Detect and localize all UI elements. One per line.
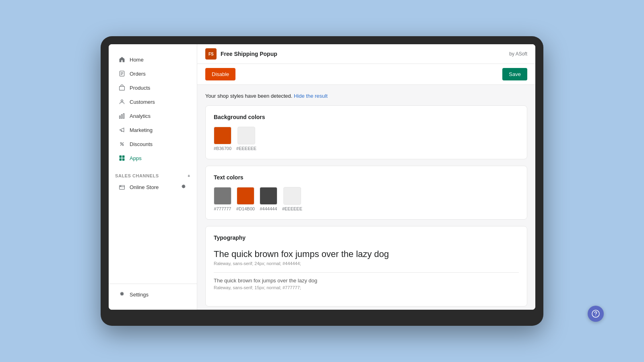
sidebar-item-analytics[interactable]: Analytics <box>112 109 194 123</box>
typography-title: Typography <box>214 234 519 241</box>
svg-point-35 <box>595 315 596 316</box>
customers-icon <box>118 98 126 105</box>
hide-result-link[interactable]: Hide the result <box>294 93 328 99</box>
home-icon <box>118 56 126 63</box>
online-store-icon <box>118 183 126 191</box>
sidebar: Home Orders Products <box>109 44 197 310</box>
sidebar-item-online-store[interactable]: Online Store <box>112 180 194 194</box>
disable-button[interactable]: Disable <box>205 68 235 80</box>
settings-icon <box>118 291 126 298</box>
discounts-icon <box>118 140 126 148</box>
toolbar: Disable Save <box>197 64 535 85</box>
svg-text:FS: FS <box>208 52 214 56</box>
sidebar-item-home[interactable]: Home <box>112 53 194 66</box>
svg-rect-6 <box>120 116 120 118</box>
sidebar-item-orders[interactable]: Orders <box>112 67 194 80</box>
add-channel-button[interactable]: + <box>188 173 190 178</box>
text-color-swatches: #777777 #D14B00 #444444 <box>214 187 519 211</box>
sidebar-item-customers[interactable]: Customers <box>112 95 194 109</box>
typography-section: Typography The quick brown fox jumps ove… <box>205 226 527 306</box>
svg-point-5 <box>121 100 123 102</box>
svg-rect-4 <box>120 86 125 90</box>
content-area: Your shop styles have been detected. Hid… <box>197 85 535 310</box>
typo-preview-small: The quick brown fox jumps over the lazy … <box>214 278 519 284</box>
text-color-swatch-1[interactable]: #777777 <box>214 187 231 211</box>
marketing-icon <box>118 126 126 134</box>
analytics-icon <box>118 112 126 119</box>
sidebar-item-products[interactable]: Products <box>112 81 194 95</box>
sidebar-item-discounts[interactable]: Discounts <box>112 137 194 151</box>
bg-color-2[interactable] <box>237 127 255 144</box>
text-color-swatch-2[interactable]: #D14B00 <box>236 187 255 211</box>
svg-rect-7 <box>121 115 122 119</box>
svg-rect-15 <box>122 158 125 161</box>
svg-line-11 <box>120 142 124 146</box>
app-logo: FS <box>205 48 217 60</box>
bg-color-1-label: #B36700 <box>214 146 231 151</box>
typo-preview-large: The quick brown fox jumps over the lazy … <box>214 249 519 259</box>
bg-color-swatch-1[interactable]: #B36700 <box>214 127 231 151</box>
text-color-swatch-4[interactable]: #EEEEEE <box>282 187 302 211</box>
sidebar-item-apps[interactable]: Apps <box>112 151 194 165</box>
bg-color-2-label: #EEEEEE <box>236 146 256 151</box>
svg-rect-14 <box>120 158 122 161</box>
svg-point-9 <box>120 142 122 144</box>
typo-desc-small: Raleway, sans-serif; 15px; normal; #7777… <box>214 285 519 290</box>
background-colors-section: Background colors #B36700 #EEEEEE <box>205 105 527 159</box>
bg-color-swatch-2[interactable]: #EEEEEE <box>236 127 256 151</box>
text-colors-section: Text colors #777777 #D14B00 <box>205 166 527 220</box>
text-color-swatch-3[interactable]: #444444 <box>260 187 277 211</box>
svg-rect-13 <box>122 156 125 158</box>
text-colors-title: Text colors <box>214 174 519 181</box>
background-color-swatches: #B36700 #EEEEEE <box>214 127 519 151</box>
save-button[interactable]: Save <box>502 68 527 80</box>
background-colors-title: Background colors <box>214 114 519 120</box>
sales-channels-header: SALES CHANNELS + <box>109 170 197 180</box>
app-by: by ASoft <box>509 51 527 57</box>
help-button[interactable] <box>588 306 604 322</box>
svg-point-17 <box>120 186 121 187</box>
notice-bar: Your shop styles have been detected. Hid… <box>205 93 527 99</box>
svg-rect-8 <box>123 113 124 118</box>
sidebar-item-marketing[interactable]: Marketing <box>112 123 194 137</box>
app-title: Free Shipping Popup <box>221 51 277 57</box>
typo-desc-large: Raleway, sans-serif; 24px; normal; #4444… <box>214 261 519 266</box>
svg-rect-12 <box>120 156 122 158</box>
svg-point-10 <box>122 144 124 146</box>
sidebar-item-settings[interactable]: Settings <box>112 288 194 301</box>
app-header: FS Free Shipping Popup by ASoft <box>197 44 535 64</box>
main-content: FS Free Shipping Popup by ASoft Disable … <box>197 44 535 310</box>
settings-gear-icon[interactable] <box>180 183 187 191</box>
apps-icon <box>118 154 126 162</box>
orders-icon <box>118 70 126 77</box>
products-icon <box>118 84 126 91</box>
bg-color-1[interactable] <box>214 127 231 144</box>
